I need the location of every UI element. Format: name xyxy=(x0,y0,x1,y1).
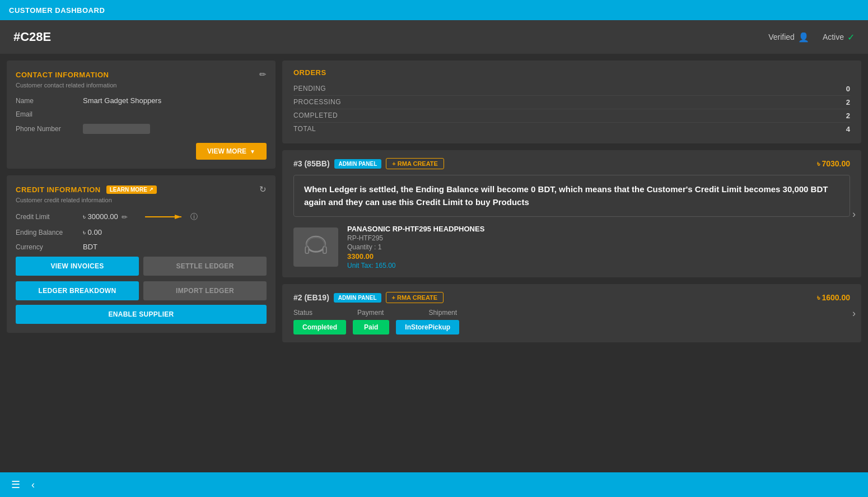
product-sku: RP-HTF295 xyxy=(347,234,484,242)
order-1-header: #3 (85BB) ADMIN PANEL + RMA CREATE ৳ 703… xyxy=(293,158,850,169)
phone-row: Phone Number xyxy=(16,124,267,134)
main-content: CONTACT INFORMATION ✏ Customer contact r… xyxy=(0,54,868,472)
top-bar-title: CUSTOMER DASHBOARD xyxy=(9,6,105,15)
info-circle-icon[interactable]: ⓘ xyxy=(190,212,198,222)
right-panel: ORDERS PENDING 0 PROCESSING 2 COMPLETED … xyxy=(282,61,861,466)
currency-row: Currency BDT xyxy=(16,243,267,251)
order-1-tooltip: When Ledger is settled, the Ending Balan… xyxy=(293,175,850,217)
headphones-svg xyxy=(299,230,333,264)
pending-value: 0 xyxy=(846,85,850,93)
contact-card-header: CONTACT INFORMATION ✏ xyxy=(16,69,267,80)
order-2-total: ৳ 1600.00 xyxy=(817,293,851,303)
completed-orders-label: COMPLETED xyxy=(293,112,338,120)
currency-value: BDT xyxy=(83,243,97,251)
contact-info-card: CONTACT INFORMATION ✏ Customer contact r… xyxy=(7,61,276,169)
user-icon: 👤 xyxy=(798,32,809,43)
header-row: #C28E Verified 👤 Active ✓ xyxy=(0,20,868,54)
order-1-chevron-right-icon[interactable]: › xyxy=(852,208,856,220)
credit-limit-value-group: ৳ 30000.00 ✏ ⓘ xyxy=(83,211,198,222)
orders-list: PENDING 0 PROCESSING 2 COMPLETED 2 TOTAL… xyxy=(293,82,850,136)
product-price: 3300.00 xyxy=(347,252,484,261)
order-1-rma-create-button[interactable]: + RMA CREATE xyxy=(386,158,444,169)
product-info: PANASONIC RP-HTF295 HEADPHONES RP-HTF295… xyxy=(347,225,484,270)
order-2-id-group: #2 (EB19) ADMIN PANEL + RMA CREATE xyxy=(293,292,444,303)
order-1-admin-panel-badge[interactable]: ADMIN PANEL xyxy=(334,159,382,169)
back-icon[interactable]: ‹ xyxy=(31,479,35,491)
top-bar: CUSTOMER DASHBOARD xyxy=(0,0,868,20)
arrow-annotation-svg xyxy=(142,211,187,222)
external-link-icon: ↗ xyxy=(149,187,153,192)
name-label: Name xyxy=(16,97,83,105)
credit-btn-row-1: VIEW INVOICES SETTLE LEDGER xyxy=(16,257,267,276)
learn-more-label: LEARN MORE xyxy=(110,187,147,193)
import-ledger-button[interactable]: IMPORT LEDGER xyxy=(143,281,267,300)
hamburger-menu-icon[interactable]: ☰ xyxy=(11,479,20,491)
order-2-admin-panel-badge[interactable]: ADMIN PANEL xyxy=(334,293,381,303)
bottom-nav: ☰ ‹ xyxy=(0,472,868,497)
contact-subtitle: Customer contact related information xyxy=(16,82,267,89)
settle-ledger-button[interactable]: SETTLE LEDGER xyxy=(143,257,267,276)
ledger-breakdown-button[interactable]: LEDGER BREAKDOWN xyxy=(16,281,139,300)
customer-id: #C28E xyxy=(13,30,51,44)
credit-limit-value: ৳ 30000.00 xyxy=(83,212,118,221)
product-name: PANASONIC RP-HTF295 HEADPHONES xyxy=(347,225,484,233)
shipment-col-label: Shipment xyxy=(428,309,457,317)
order-1-total: ৳ 7030.00 xyxy=(817,159,851,169)
svg-rect-3 xyxy=(305,247,309,253)
view-invoices-button[interactable]: VIEW INVOICES xyxy=(16,257,139,276)
orders-title: ORDERS xyxy=(293,68,850,77)
order-2-status-labels: Status Payment Shipment xyxy=(293,309,850,317)
order-2-id: #2 (EB19) xyxy=(293,293,329,302)
ending-balance-value: ৳ 0.00 xyxy=(83,228,102,237)
completed-status-badge: Completed xyxy=(293,320,346,335)
ending-balance-label: Ending Balance xyxy=(16,229,83,236)
email-row: Email xyxy=(16,110,267,118)
active-label: Active xyxy=(823,32,844,41)
phone-value-blur xyxy=(83,124,150,134)
order-1-tooltip-text: When Ledger is settled, the Ending Balan… xyxy=(304,184,828,207)
order-2-rma-create-button[interactable]: + RMA CREATE xyxy=(386,292,444,303)
credit-limit-row: Credit Limit ৳ 30000.00 ✏ ⓘ xyxy=(16,211,267,222)
order-1-id: #3 (85BB) xyxy=(293,159,330,168)
contact-edit-icon[interactable]: ✏ xyxy=(259,69,267,80)
view-more-wrapper: VIEW MORE xyxy=(16,140,267,160)
credit-card-header: CREDIT INFORMATION LEARN MORE ↗ ↻ xyxy=(16,184,267,194)
enable-supplier-button[interactable]: ENABLE SUPPLIER xyxy=(16,305,267,324)
currency-label: Currency xyxy=(16,243,83,251)
view-more-button[interactable]: VIEW MORE xyxy=(196,143,267,160)
product-tax: Unit Tax: 165.00 xyxy=(347,262,484,270)
orders-card: ORDERS PENDING 0 PROCESSING 2 COMPLETED … xyxy=(282,61,861,143)
order-2-header: #2 (EB19) ADMIN PANEL + RMA CREATE ৳ 160… xyxy=(293,292,850,303)
completed-orders-value: 2 xyxy=(846,112,850,120)
product-qty: Quantity : 1 xyxy=(347,243,484,251)
refresh-icon[interactable]: ↻ xyxy=(259,184,267,194)
credit-card-title: CREDIT INFORMATION xyxy=(16,185,101,194)
processing-value: 2 xyxy=(846,98,850,106)
svg-rect-4 xyxy=(323,247,326,253)
processing-label: PROCESSING xyxy=(293,98,341,106)
processing-row: PROCESSING 2 xyxy=(293,96,850,109)
order-2-chevron-right-icon[interactable]: › xyxy=(852,308,856,319)
total-row: TOTAL 4 xyxy=(293,123,850,136)
product-image xyxy=(293,227,338,267)
paid-payment-badge: Paid xyxy=(353,320,389,335)
instore-pickup-badge: InStorePickup xyxy=(396,320,459,335)
email-label: Email xyxy=(16,110,83,118)
order-2-card: #2 (EB19) ADMIN PANEL + RMA CREATE ৳ 160… xyxy=(282,284,861,342)
pending-label: PENDING xyxy=(293,85,326,93)
order-1-product-row: PANASONIC RP-HTF295 HEADPHONES RP-HTF295… xyxy=(293,225,850,270)
check-icon: ✓ xyxy=(847,32,855,43)
total-label: TOTAL xyxy=(293,125,316,133)
credit-edit-pencil-icon[interactable]: ✏ xyxy=(122,213,128,221)
left-panel: CONTACT INFORMATION ✏ Customer contact r… xyxy=(7,61,276,466)
verified-label: Verified xyxy=(768,32,795,41)
ending-balance-row: Ending Balance ৳ 0.00 xyxy=(16,228,267,237)
learn-more-badge[interactable]: LEARN MORE ↗ xyxy=(106,185,157,194)
active-badge: Active ✓ xyxy=(823,32,855,43)
order-1-id-group: #3 (85BB) ADMIN PANEL + RMA CREATE xyxy=(293,158,444,169)
total-value: 4 xyxy=(846,125,850,133)
credit-info-card: CREDIT INFORMATION LEARN MORE ↗ ↻ Custom… xyxy=(7,175,276,333)
name-value: Smart Gadget Shoppers xyxy=(83,96,161,105)
payment-col-label: Payment xyxy=(357,309,384,317)
order-2-status-badges: Completed Paid InStorePickup xyxy=(293,320,850,335)
